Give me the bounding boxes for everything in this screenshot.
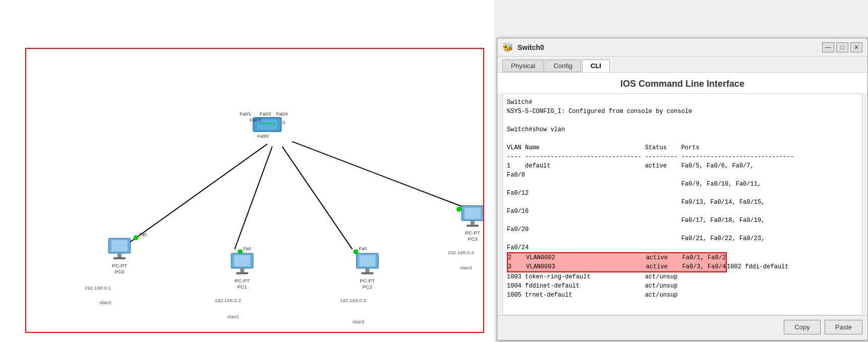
window-icon: 🐝 <box>502 42 513 53</box>
svg-rect-44 <box>361 272 373 274</box>
svg-text:PC2: PC2 <box>363 284 373 290</box>
svg-point-17 <box>134 235 139 240</box>
svg-text:Fa0: Fa0 <box>243 246 251 251</box>
svg-text:PC-PT: PC-PT <box>235 278 250 283</box>
close-button[interactable]: ✕ <box>850 42 862 52</box>
svg-text:Fa0/0: Fa0/0 <box>257 134 269 139</box>
svg-text:Fa0/2: Fa0/2 <box>260 111 271 117</box>
window-tabs: Physical Config CLI <box>497 56 867 73</box>
tab-config[interactable]: Config <box>545 60 581 72</box>
svg-text:192.168.0.1: 192.168.0.1 <box>84 285 111 291</box>
maximize-button[interactable]: □ <box>836 42 848 52</box>
svg-point-7 <box>263 123 265 125</box>
svg-rect-28 <box>113 257 126 259</box>
window-title: Switch0 <box>517 43 820 51</box>
svg-text:192.168.0.4: 192.168.0.4 <box>447 250 474 255</box>
copy-button[interactable]: Copy <box>784 320 820 334</box>
svg-text:Fa0: Fa0 <box>359 246 367 251</box>
svg-line-0 <box>127 144 267 245</box>
svg-point-9 <box>270 123 272 125</box>
svg-text:vlan3: vlan3 <box>460 265 472 270</box>
minimize-button[interactable]: — <box>822 42 834 52</box>
svg-text:S: S <box>282 120 285 125</box>
network-diagram: Fa0/1 Fa0/2 Fa0/4 Fa0/3 S Fa0/0 Fa0 Fa0 … <box>25 48 484 333</box>
svg-text:192.168.0.3: 192.168.0.3 <box>340 298 367 303</box>
svg-text:vlan2: vlan2 <box>99 300 111 305</box>
svg-rect-35 <box>240 268 244 272</box>
switch-window: 🐝 Switch0 — □ ✕ Physical Config CLI IOS … <box>497 38 868 340</box>
svg-text:Fa0/4: Fa0/4 <box>276 111 288 117</box>
svg-line-3 <box>292 142 462 207</box>
tab-physical[interactable]: Physical <box>502 60 544 72</box>
svg-rect-43 <box>365 268 369 272</box>
svg-text:PC-PT: PC-PT <box>360 278 375 283</box>
svg-text:Fa0/1: Fa0/1 <box>240 111 251 117</box>
paste-button[interactable]: Paste <box>825 320 862 334</box>
svg-line-1 <box>235 147 272 250</box>
svg-text:PC1: PC1 <box>238 284 248 290</box>
svg-point-10 <box>273 123 275 125</box>
cli-header: IOS Command Line Interface <box>497 73 867 93</box>
svg-rect-50 <box>465 208 481 219</box>
window-footer: Copy Paste <box>497 315 867 338</box>
svg-point-8 <box>266 123 268 125</box>
window-titlebar: 🐝 Switch0 — □ ✕ <box>497 38 867 56</box>
svg-rect-51 <box>471 221 475 225</box>
canvas-area: Fa0/1 Fa0/2 Fa0/4 Fa0/3 S Fa0/0 Fa0 Fa0 … <box>0 0 494 342</box>
svg-text:PC3: PC3 <box>468 236 478 242</box>
svg-text:PC-PT: PC-PT <box>465 230 480 236</box>
svg-point-6 <box>259 123 261 125</box>
svg-text:Fa0: Fa0 <box>139 232 147 237</box>
svg-rect-36 <box>236 272 248 274</box>
svg-point-23 <box>456 207 461 212</box>
svg-rect-26 <box>111 240 128 251</box>
tab-cli[interactable]: CLI <box>582 60 610 72</box>
svg-text:PC0: PC0 <box>114 269 125 274</box>
svg-text:192.168.0.2: 192.168.0.2 <box>215 298 242 303</box>
svg-rect-42 <box>360 255 376 266</box>
cli-terminal[interactable]: Switch# %SYS-5-CONFIG_I: Configured from… <box>502 93 862 315</box>
svg-rect-52 <box>467 225 479 227</box>
cli-content: Switch# %SYS-5-CONFIG_I: Configured from… <box>507 98 858 300</box>
svg-text:Fa0/3: Fa0/3 <box>250 118 261 123</box>
svg-line-2 <box>282 147 353 250</box>
svg-rect-27 <box>118 253 122 257</box>
svg-rect-34 <box>234 255 250 266</box>
svg-text:vlan2: vlan2 <box>227 314 239 319</box>
svg-text:vlan3: vlan3 <box>353 319 365 324</box>
svg-text:PC-PT: PC-PT <box>112 263 127 268</box>
